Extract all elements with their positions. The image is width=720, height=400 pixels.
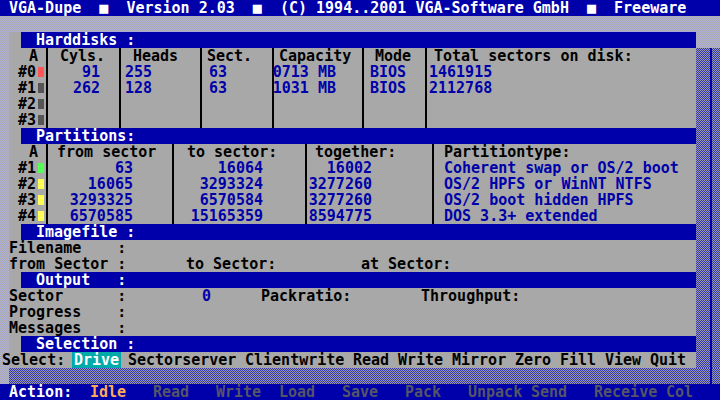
hd-col-header-capacity: Capacity — [279, 48, 351, 64]
menu-item-drive[interactable]: Drive — [72, 352, 121, 368]
column-divider — [432, 144, 434, 224]
shadow-blue-line — [710, 48, 712, 384]
to-sector-label: to Sector: — [186, 256, 276, 272]
pt-row-label: #1 — [18, 160, 36, 176]
disk-status-indicator — [38, 83, 44, 93]
action-item-receive[interactable]: Receive — [594, 384, 657, 400]
pt-to-value: 15165359 — [172, 208, 305, 224]
partition-status-indicator — [38, 211, 44, 221]
shadow-dither-right — [696, 48, 720, 384]
hd-col-header-a: A — [9, 48, 46, 64]
output-section-title: Output : — [36, 272, 126, 288]
pt-to-value: 6570584 — [172, 192, 305, 208]
action-item-read[interactable]: Read — [153, 384, 189, 400]
pt-col-header-a: A — [9, 144, 46, 160]
partitions-section-title: Partitions: — [36, 128, 135, 144]
sector-label: Sector : — [9, 288, 126, 304]
progress-label: Progress : — [9, 304, 126, 320]
hd-col-header-heads: Heads — [133, 48, 178, 64]
action-item-unpack[interactable]: Unpack — [468, 384, 522, 400]
title-bar: VGA-Dupe ■ Version 2.03 ■ (C) 1994..2001… — [0, 0, 720, 16]
hd-mode-value: BIOS — [370, 64, 406, 80]
disk-status-indicator — [38, 115, 44, 125]
pt-from-value: 3293325 — [46, 192, 172, 208]
hd-row-label: #2 — [18, 96, 36, 112]
pt-type-value: Coherent swap or OS/2 boot — [444, 160, 679, 176]
hd-row-label: #1 — [18, 80, 36, 96]
imagefile-section-title: Imagefile : — [36, 224, 135, 240]
menu-item-view[interactable]: View — [605, 352, 641, 368]
action-item-pack[interactable]: Pack — [405, 384, 441, 400]
pt-to-value: 16064 — [172, 160, 305, 176]
hd-total-value: 1461915 — [429, 64, 492, 80]
pt-row-label: #4 — [18, 208, 36, 224]
pt-col-header-together: together: — [315, 144, 396, 160]
pt-together-value: 3277260 — [305, 192, 432, 208]
hd-col-header-sect: Sect. — [207, 48, 252, 64]
partition-status-indicator — [38, 163, 44, 173]
hd-sect-value: 63 — [200, 64, 272, 80]
harddisks-section-title: Harddisks : — [36, 32, 135, 48]
pt-row-label: #3 — [18, 192, 36, 208]
menu-item-sectorserver[interactable]: Sectorserver — [128, 352, 236, 368]
shadow-dither-bottom — [9, 368, 720, 384]
menu-item-fill[interactable]: Fill — [560, 352, 596, 368]
hd-mode-value: BIOS — [370, 80, 406, 96]
pt-col-header-to: to sector: — [187, 144, 277, 160]
hd-total-value: 2112768 — [429, 80, 492, 96]
hd-capacity-value: 1031 MB — [272, 80, 362, 96]
from-sector-label: from Sector : — [9, 256, 126, 272]
action-item-load[interactable]: Load — [279, 384, 315, 400]
action-item-idle[interactable]: Idle — [90, 384, 126, 400]
partition-status-indicator — [38, 195, 44, 205]
filename-label: Filename : — [9, 240, 126, 256]
hd-heads-value: 255 — [119, 64, 200, 80]
action-item-col[interactable]: Col — [666, 384, 693, 400]
pt-type-value: OS/2 boot hidden HPFS — [444, 192, 634, 208]
select-label: Select: — [2, 352, 65, 368]
menu-item-quit[interactable]: Quit — [650, 352, 686, 368]
action-item-save[interactable]: Save — [342, 384, 378, 400]
hd-cyls-value: 262 — [46, 80, 119, 96]
hd-col-header-mode: Mode — [375, 48, 411, 64]
pt-together-value: 3277260 — [305, 176, 432, 192]
column-divider — [425, 48, 427, 128]
column-divider — [362, 48, 364, 128]
menu-item-zero[interactable]: Zero — [515, 352, 551, 368]
messages-label: Messages : — [9, 320, 126, 336]
menu-item-write[interactable]: Write — [398, 352, 443, 368]
action-item-send[interactable]: Send — [531, 384, 567, 400]
menu-item-clientwrite[interactable]: Clientwrite — [245, 352, 344, 368]
pt-together-value: 16002 — [305, 160, 432, 176]
packratio-label: Packratio: — [261, 288, 351, 304]
pt-from-value: 63 — [46, 160, 172, 176]
throughput-label: Throughput: — [421, 288, 520, 304]
harddisks-section-bar: Harddisks : — [21, 32, 696, 48]
disk-status-indicator — [38, 67, 44, 77]
pt-type-value: OS/2 HPFS or WinNT NTFS — [444, 176, 652, 192]
background-dither-top — [0, 16, 720, 32]
menu-item-read[interactable]: Read — [353, 352, 389, 368]
menu-item-mirror[interactable]: Mirror — [452, 352, 506, 368]
background-dither-right-top — [696, 32, 720, 48]
hd-col-header-total: Total sectors on disk: — [434, 48, 633, 64]
disk-status-indicator — [38, 99, 44, 109]
hd-capacity-value: 0713 MB — [272, 64, 362, 80]
pt-col-header-type: Partitiontype: — [444, 144, 570, 160]
pt-to-value: 3293324 — [172, 176, 305, 192]
hd-row-label: #3 — [18, 112, 36, 128]
app-title: VGA-Dupe ■ Version 2.03 ■ (C) 1994..2001… — [9, 0, 686, 16]
action-item-write[interactable]: Write — [216, 384, 261, 400]
selection-section-bar: Selection : — [21, 336, 696, 352]
pt-col-header-from: from sector — [57, 144, 156, 160]
hd-sect-value: 63 — [200, 80, 272, 96]
at-sector-label: at Sector: — [361, 256, 451, 272]
hd-heads-value: 128 — [119, 80, 200, 96]
hd-row-label: #0 — [18, 64, 36, 80]
action-bar: Action: Idle Read Write Load Save Pack U… — [0, 384, 720, 400]
selection-section-title: Selection : — [36, 336, 135, 352]
action-label: Action: — [9, 384, 72, 400]
hd-col-header-cyls: Cyls. — [60, 48, 105, 64]
pt-row-label: #2 — [18, 176, 36, 192]
imagefile-section-bar: Imagefile : — [21, 224, 696, 240]
